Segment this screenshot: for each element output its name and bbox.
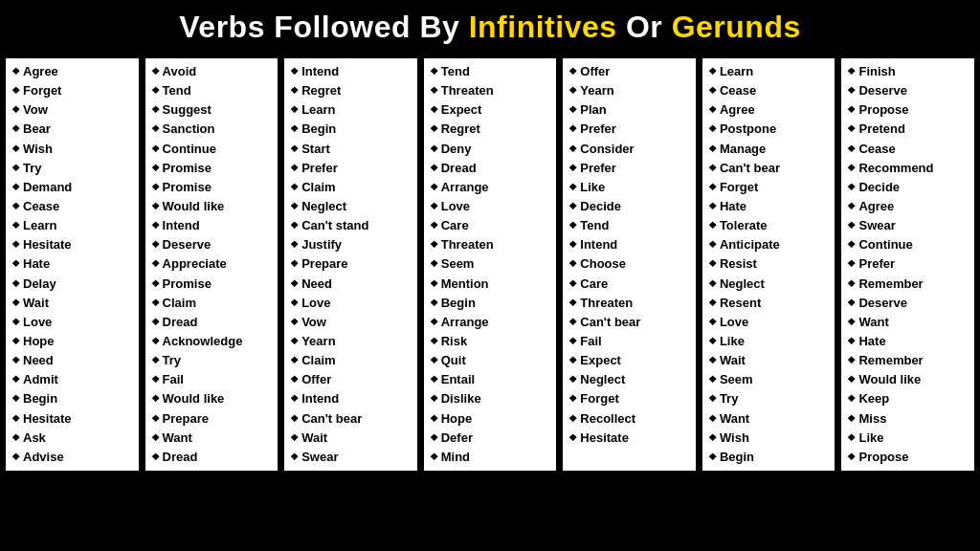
list-item: Arrange (430, 178, 551, 197)
list-item: Remember (847, 275, 969, 294)
list-item: Need (290, 275, 412, 294)
list-item: Dread (430, 159, 551, 178)
list-item: Neglect (568, 370, 690, 389)
column-6: LearnCeaseAgreePostponeManageCan't bearF… (701, 56, 837, 473)
list-item: Can't stand (290, 216, 412, 235)
list-item: Intend (290, 389, 412, 408)
list-item: Regret (290, 81, 412, 100)
list-item: Propose (847, 448, 969, 467)
list-item: Risk (430, 332, 551, 351)
list-item: Hesitate (568, 429, 690, 448)
list-item: Consider (568, 140, 690, 159)
list-item: Prefer (568, 120, 690, 139)
list-item: Ask (11, 429, 133, 448)
list-item: Tolerate (708, 216, 830, 235)
list-item: Decide (568, 197, 690, 216)
list-item: Wait (708, 351, 830, 370)
list-item: Try (11, 159, 133, 178)
list-item: Promise (151, 275, 273, 294)
list-item: Start (290, 140, 412, 159)
list-item: Admit (11, 370, 133, 389)
list-item: Forget (568, 389, 690, 408)
list-item: Dread (151, 448, 273, 467)
list-item: Postpone (708, 120, 830, 139)
header: Verbs Followed By Infinitives Or Gerunds (0, 0, 980, 53)
list-item: Avoid (151, 62, 273, 81)
list-item: Neglect (290, 197, 412, 216)
list-item: Want (708, 409, 830, 429)
list-item: Agree (11, 62, 133, 81)
list-item: Begin (11, 389, 133, 408)
list-item: Wish (708, 429, 830, 448)
list-item: Entail (430, 370, 551, 389)
list-item: Arrange (430, 313, 551, 332)
list-item: Sanction (151, 120, 273, 139)
column-7: FinishDeserveProposePretendCeaseRecommen… (839, 56, 976, 473)
list-item: Finish (847, 62, 969, 81)
list-item: Seem (430, 254, 551, 274)
list-item: Neglect (708, 275, 830, 294)
list-item: Bear (11, 120, 133, 139)
list-item: Intend (568, 235, 690, 254)
list-item: Would like (151, 389, 273, 408)
list-item: Continue (151, 140, 273, 159)
list-item: Prepare (290, 254, 412, 274)
list-item: Deserve (847, 81, 969, 100)
list-item: Justify (290, 235, 412, 254)
list-item: Hope (11, 332, 133, 351)
list-item: Care (430, 216, 551, 235)
list-item: Choose (568, 254, 690, 274)
list-item: Remember (847, 351, 969, 370)
column-4: TendThreatenExpectRegretDenyDreadArrange… (422, 56, 559, 473)
list-item: Learn (290, 100, 412, 120)
list-item: Vow (11, 100, 133, 120)
list-item: Yearn (290, 332, 412, 351)
list-item: Keep (847, 389, 969, 408)
list-item: Can't bear (290, 409, 412, 429)
column-1: AgreeForgetVowBearWishTryDemandCeaseLear… (4, 56, 141, 473)
list-item: Manage (708, 140, 830, 159)
list-item: Need (11, 351, 133, 370)
list-item: Seem (708, 370, 830, 389)
list-item: Intend (151, 216, 273, 235)
list-item: Dislike (430, 389, 551, 408)
list-item: Cease (708, 81, 830, 100)
list-item: Deserve (151, 235, 273, 254)
list-item: Expect (568, 351, 690, 370)
list-item: Resent (708, 294, 830, 313)
list-item: Acknowledge (151, 332, 273, 351)
list-item: Care (568, 275, 690, 294)
list-item: Prefer (568, 159, 690, 178)
list-item: Like (847, 429, 969, 448)
list-item: Wait (290, 429, 412, 448)
list-item: Tend (151, 81, 273, 100)
list-item: Claim (151, 294, 273, 313)
list-item: Begin (430, 294, 551, 313)
list-item: Fail (151, 370, 273, 389)
list-item: Demand (11, 178, 133, 197)
list-item: Defer (430, 429, 551, 448)
list-item: Hesitate (11, 235, 133, 254)
list-item: Regret (430, 120, 551, 139)
list-item: Fail (568, 332, 690, 351)
list-item: Recommend (847, 159, 969, 178)
list-item: Hate (708, 197, 830, 216)
list-item: Decide (847, 178, 969, 197)
list-item: Threaten (430, 81, 551, 100)
list-item: Like (568, 178, 690, 197)
list-item: Can't bear (708, 159, 830, 178)
list-item: Deny (430, 140, 551, 159)
list-item: Begin (708, 448, 830, 467)
list-item: Try (151, 351, 273, 370)
columns-container: AgreeForgetVowBearWishTryDemandCeaseLear… (0, 53, 980, 476)
list-item: Learn (11, 216, 133, 235)
list-item: Anticipate (708, 235, 830, 254)
list-item: Wait (11, 294, 133, 313)
list-item: Recollect (568, 409, 690, 429)
list-item: Love (290, 294, 412, 313)
list-item: Promise (151, 159, 273, 178)
list-item: Like (708, 332, 830, 351)
list-item: Hate (847, 332, 969, 351)
list-item: Deserve (847, 294, 969, 313)
list-item: Vow (290, 313, 412, 332)
